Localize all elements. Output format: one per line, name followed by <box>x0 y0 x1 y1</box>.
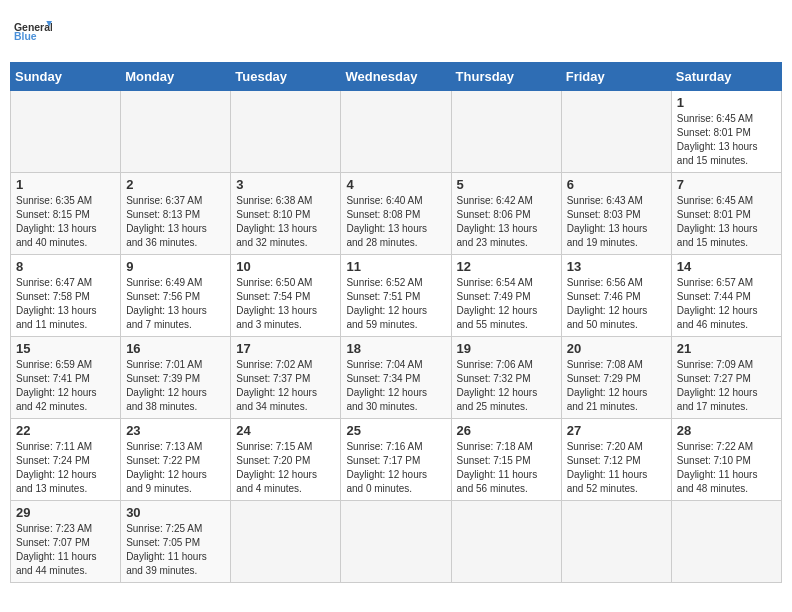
calendar-cell <box>11 91 121 173</box>
calendar-cell: 4 Sunrise: 6:40 AMSunset: 8:08 PMDayligh… <box>341 173 451 255</box>
calendar-day-header: Thursday <box>451 63 561 91</box>
calendar-cell: 30 Sunrise: 7:25 AMSunset: 7:05 PMDaylig… <box>121 501 231 583</box>
day-number: 20 <box>567 341 666 356</box>
calendar-cell: 17 Sunrise: 7:02 AMSunset: 7:37 PMDaylig… <box>231 337 341 419</box>
calendar-week-row: 15 Sunrise: 6:59 AMSunset: 7:41 PMDaylig… <box>11 337 782 419</box>
day-info: Sunrise: 6:56 AMSunset: 7:46 PMDaylight:… <box>567 277 648 330</box>
day-number: 13 <box>567 259 666 274</box>
day-info: Sunrise: 6:37 AMSunset: 8:13 PMDaylight:… <box>126 195 207 248</box>
calendar-cell <box>121 91 231 173</box>
svg-text:Blue: Blue <box>14 31 37 42</box>
calendar-cell: 18 Sunrise: 7:04 AMSunset: 7:34 PMDaylig… <box>341 337 451 419</box>
calendar-cell: 22 Sunrise: 7:11 AMSunset: 7:24 PMDaylig… <box>11 419 121 501</box>
day-number: 4 <box>346 177 445 192</box>
day-info: Sunrise: 6:43 AMSunset: 8:03 PMDaylight:… <box>567 195 648 248</box>
day-info: Sunrise: 6:45 AMSunset: 8:01 PMDaylight:… <box>677 195 758 248</box>
calendar-cell: 15 Sunrise: 6:59 AMSunset: 7:41 PMDaylig… <box>11 337 121 419</box>
day-info: Sunrise: 6:47 AMSunset: 7:58 PMDaylight:… <box>16 277 97 330</box>
day-info: Sunrise: 7:04 AMSunset: 7:34 PMDaylight:… <box>346 359 427 412</box>
day-number: 26 <box>457 423 556 438</box>
calendar-cell <box>561 501 671 583</box>
day-info: Sunrise: 7:18 AMSunset: 7:15 PMDaylight:… <box>457 441 538 494</box>
calendar-cell: 13 Sunrise: 6:56 AMSunset: 7:46 PMDaylig… <box>561 255 671 337</box>
logo: General Blue <box>14 10 52 54</box>
calendar-cell: 9 Sunrise: 6:49 AMSunset: 7:56 PMDayligh… <box>121 255 231 337</box>
day-info: Sunrise: 7:06 AMSunset: 7:32 PMDaylight:… <box>457 359 538 412</box>
calendar-cell: 27 Sunrise: 7:20 AMSunset: 7:12 PMDaylig… <box>561 419 671 501</box>
day-info: Sunrise: 7:25 AMSunset: 7:05 PMDaylight:… <box>126 523 207 576</box>
day-number: 5 <box>457 177 556 192</box>
day-info: Sunrise: 6:50 AMSunset: 7:54 PMDaylight:… <box>236 277 317 330</box>
day-info: Sunrise: 7:16 AMSunset: 7:17 PMDaylight:… <box>346 441 427 494</box>
day-number: 29 <box>16 505 115 520</box>
calendar-cell: 29 Sunrise: 7:23 AMSunset: 7:07 PMDaylig… <box>11 501 121 583</box>
day-number: 16 <box>126 341 225 356</box>
day-info: Sunrise: 7:20 AMSunset: 7:12 PMDaylight:… <box>567 441 648 494</box>
day-number: 22 <box>16 423 115 438</box>
day-info: Sunrise: 7:22 AMSunset: 7:10 PMDaylight:… <box>677 441 758 494</box>
day-number: 24 <box>236 423 335 438</box>
calendar-cell: 6 Sunrise: 6:43 AMSunset: 8:03 PMDayligh… <box>561 173 671 255</box>
calendar-cell: 5 Sunrise: 6:42 AMSunset: 8:06 PMDayligh… <box>451 173 561 255</box>
day-info: Sunrise: 6:40 AMSunset: 8:08 PMDaylight:… <box>346 195 427 248</box>
calendar-cell: 1 Sunrise: 6:35 AMSunset: 8:15 PMDayligh… <box>11 173 121 255</box>
calendar-cell <box>231 91 341 173</box>
calendar-cell: 10 Sunrise: 6:50 AMSunset: 7:54 PMDaylig… <box>231 255 341 337</box>
calendar-cell: 26 Sunrise: 7:18 AMSunset: 7:15 PMDaylig… <box>451 419 561 501</box>
calendar-cell <box>451 501 561 583</box>
calendar-cell <box>231 501 341 583</box>
calendar-cell: 12 Sunrise: 6:54 AMSunset: 7:49 PMDaylig… <box>451 255 561 337</box>
day-info: Sunrise: 6:38 AMSunset: 8:10 PMDaylight:… <box>236 195 317 248</box>
day-number: 18 <box>346 341 445 356</box>
day-number: 25 <box>346 423 445 438</box>
day-info: Sunrise: 6:35 AMSunset: 8:15 PMDaylight:… <box>16 195 97 248</box>
day-info: Sunrise: 6:45 AMSunset: 8:01 PMDaylight:… <box>677 113 758 166</box>
calendar-cell: 24 Sunrise: 7:15 AMSunset: 7:20 PMDaylig… <box>231 419 341 501</box>
calendar-cell <box>561 91 671 173</box>
day-info: Sunrise: 7:15 AMSunset: 7:20 PMDaylight:… <box>236 441 317 494</box>
calendar-day-header: Sunday <box>11 63 121 91</box>
calendar-week-row: 22 Sunrise: 7:11 AMSunset: 7:24 PMDaylig… <box>11 419 782 501</box>
day-info: Sunrise: 7:09 AMSunset: 7:27 PMDaylight:… <box>677 359 758 412</box>
day-number: 12 <box>457 259 556 274</box>
day-number: 28 <box>677 423 776 438</box>
calendar-cell: 21 Sunrise: 7:09 AMSunset: 7:27 PMDaylig… <box>671 337 781 419</box>
calendar-week-row: 8 Sunrise: 6:47 AMSunset: 7:58 PMDayligh… <box>11 255 782 337</box>
day-info: Sunrise: 7:13 AMSunset: 7:22 PMDaylight:… <box>126 441 207 494</box>
calendar-cell: 19 Sunrise: 7:06 AMSunset: 7:32 PMDaylig… <box>451 337 561 419</box>
day-info: Sunrise: 6:59 AMSunset: 7:41 PMDaylight:… <box>16 359 97 412</box>
day-info: Sunrise: 7:08 AMSunset: 7:29 PMDaylight:… <box>567 359 648 412</box>
calendar-day-header: Tuesday <box>231 63 341 91</box>
calendar-week-row: 29 Sunrise: 7:23 AMSunset: 7:07 PMDaylig… <box>11 501 782 583</box>
day-number: 27 <box>567 423 666 438</box>
day-number: 17 <box>236 341 335 356</box>
calendar-cell: 3 Sunrise: 6:38 AMSunset: 8:10 PMDayligh… <box>231 173 341 255</box>
day-number: 30 <box>126 505 225 520</box>
calendar-table: SundayMondayTuesdayWednesdayThursdayFrid… <box>10 62 782 583</box>
day-info: Sunrise: 6:57 AMSunset: 7:44 PMDaylight:… <box>677 277 758 330</box>
day-number: 7 <box>677 177 776 192</box>
day-number: 9 <box>126 259 225 274</box>
day-info: Sunrise: 6:54 AMSunset: 7:49 PMDaylight:… <box>457 277 538 330</box>
calendar-cell <box>341 91 451 173</box>
day-number: 3 <box>236 177 335 192</box>
day-info: Sunrise: 7:23 AMSunset: 7:07 PMDaylight:… <box>16 523 97 576</box>
day-number: 21 <box>677 341 776 356</box>
calendar-cell: 14 Sunrise: 6:57 AMSunset: 7:44 PMDaylig… <box>671 255 781 337</box>
logo-svg: General Blue <box>14 10 52 54</box>
calendar-cell: 23 Sunrise: 7:13 AMSunset: 7:22 PMDaylig… <box>121 419 231 501</box>
day-number: 15 <box>16 341 115 356</box>
calendar-day-header: Monday <box>121 63 231 91</box>
calendar-cell: 7 Sunrise: 6:45 AMSunset: 8:01 PMDayligh… <box>671 173 781 255</box>
day-info: Sunrise: 6:52 AMSunset: 7:51 PMDaylight:… <box>346 277 427 330</box>
calendar-cell: 25 Sunrise: 7:16 AMSunset: 7:17 PMDaylig… <box>341 419 451 501</box>
calendar-day-header: Saturday <box>671 63 781 91</box>
calendar-cell: 16 Sunrise: 7:01 AMSunset: 7:39 PMDaylig… <box>121 337 231 419</box>
day-info: Sunrise: 6:42 AMSunset: 8:06 PMDaylight:… <box>457 195 538 248</box>
day-number: 6 <box>567 177 666 192</box>
day-info: Sunrise: 6:49 AMSunset: 7:56 PMDaylight:… <box>126 277 207 330</box>
day-number: 2 <box>126 177 225 192</box>
calendar-cell: 1 Sunrise: 6:45 AMSunset: 8:01 PMDayligh… <box>671 91 781 173</box>
day-info: Sunrise: 7:11 AMSunset: 7:24 PMDaylight:… <box>16 441 97 494</box>
day-number: 19 <box>457 341 556 356</box>
